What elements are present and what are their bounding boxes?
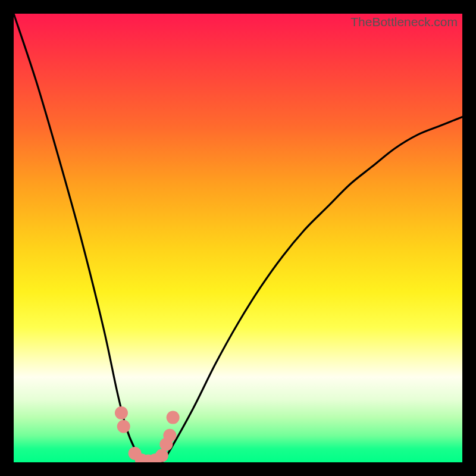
marker-dot [167,411,180,424]
marker-dot [115,406,128,419]
marker-dot [163,429,176,442]
bottleneck-curve [14,14,462,462]
plot-area: TheBottleneck.com [14,14,462,462]
highlighted-markers [115,406,180,462]
bottleneck-chart [14,14,462,462]
marker-dot [117,420,130,433]
marker-dot [155,449,168,462]
